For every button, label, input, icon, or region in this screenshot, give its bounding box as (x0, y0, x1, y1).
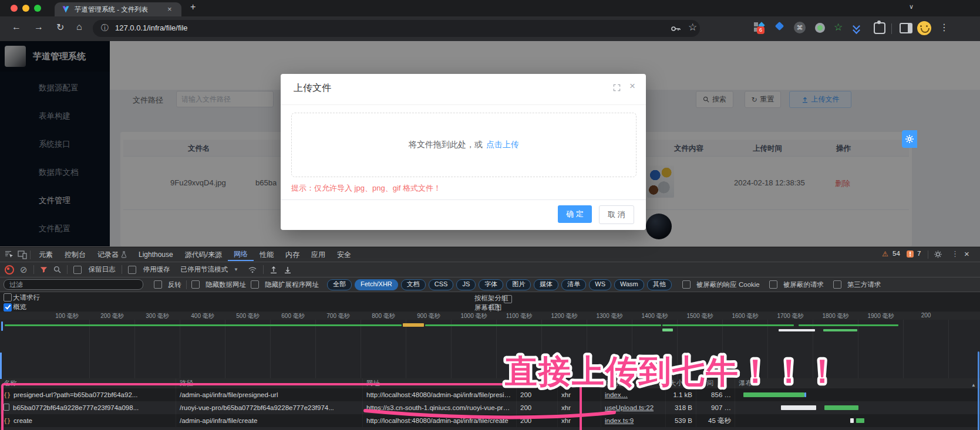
inspect-element-icon[interactable] (5, 250, 14, 259)
filter-pill[interactable]: 全部 (327, 279, 352, 290)
network-filter-input[interactable] (4, 279, 143, 290)
extension-star-icon[interactable]: ☆ (834, 21, 843, 33)
issues-count[interactable]: 7 (917, 250, 921, 257)
site-info-icon[interactable]: ⓘ (101, 23, 109, 33)
filter-pill[interactable]: WS (589, 279, 611, 290)
devtools-tab[interactable]: 性能 (254, 248, 279, 261)
net-column-header-7[interactable]: 大小 (666, 378, 696, 388)
record-network-log-icon[interactable] (5, 265, 14, 275)
filter-pill[interactable]: CSS (429, 279, 454, 290)
blocked-cookies-checkbox[interactable] (682, 280, 691, 289)
net-column-header-4[interactable]: 状态 (517, 378, 558, 388)
request-initiator[interactable]: index.ts:9 (601, 414, 666, 427)
browser-menu-icon[interactable]: ⋮ (939, 22, 949, 33)
network-request-row[interactable]: {}create/admin-api/infra/file/createhttp… (0, 414, 980, 427)
network-request-row[interactable]: {}presigned-url?path=b65ba0772bf64a92...… (0, 388, 980, 401)
filter-pill[interactable]: 文档 (401, 279, 426, 290)
password-key-icon[interactable] (671, 24, 681, 33)
devtools-tab[interactable]: 安全 (331, 248, 357, 261)
extension-circle-icon[interactable] (815, 23, 825, 33)
back-icon[interactable]: ← (12, 22, 21, 32)
profile-avatar[interactable] (917, 21, 931, 35)
filter-pill[interactable]: 清单 (561, 279, 586, 290)
devtools-tab[interactable]: 记录器 (92, 248, 133, 261)
request-initiator[interactable]: index… (601, 388, 666, 401)
filter-funnel-icon[interactable] (40, 266, 48, 273)
devtools-menu-icon[interactable]: ⋮ (951, 249, 959, 258)
window-close-button[interactable] (11, 5, 18, 12)
window-minimize-button[interactable] (22, 5, 29, 12)
click-upload-link[interactable]: 点击上传 (486, 140, 519, 150)
dialog-fullscreen-icon[interactable] (613, 84, 621, 92)
filter-pill[interactable]: JS (456, 279, 476, 290)
devtools-tab[interactable]: 控制台 (59, 248, 92, 261)
invert-checkbox[interactable] (154, 280, 162, 289)
blocked-requests-checkbox[interactable] (769, 280, 777, 289)
network-request-row[interactable]: b65ba0772bf64a9228e777e23f974a098.../ruo… (0, 401, 980, 414)
warning-icon[interactable]: ⚠ (882, 250, 888, 258)
side-panel-icon[interactable] (900, 23, 912, 33)
preserve-log-checkbox[interactable] (73, 266, 82, 274)
forward-icon[interactable]: → (34, 22, 43, 32)
reload-icon[interactable]: ↻ (56, 22, 64, 33)
net-column-header-5[interactable]: 类型 (558, 378, 601, 388)
third-party-checkbox[interactable] (833, 280, 841, 289)
window-zoom-button[interactable] (34, 5, 41, 12)
net-column-header-3[interactable]: 网址 (363, 378, 517, 388)
browser-tab[interactable]: 芋道管理系统 - 文件列表 × (55, 2, 181, 16)
net-column-header-9[interactable]: 瀑布▲ (735, 378, 980, 388)
filter-pill[interactable]: 字体 (479, 279, 503, 290)
devtools-scrollbar[interactable] (978, 351, 979, 430)
warning-count[interactable]: 54 (893, 250, 900, 257)
big-request-rows-checkbox[interactable] (4, 293, 12, 302)
import-har-icon[interactable] (270, 266, 278, 274)
overview-left-handle[interactable] (0, 353, 2, 379)
tab-close-icon[interactable]: × (167, 2, 172, 16)
filter-pill[interactable]: Fetch/XHR (355, 279, 398, 290)
hide-data-urls-checkbox[interactable] (191, 280, 200, 289)
cancel-button[interactable]: 取 消 (599, 205, 634, 224)
devtools-tab[interactable]: 应用 (305, 248, 331, 261)
tab-list-chevron-icon[interactable]: ∨ (909, 3, 914, 11)
net-column-header-8[interactable]: 时间 (696, 378, 735, 388)
request-initiator[interactable]: useUpload.ts:22 (601, 401, 666, 414)
hide-extension-urls-checkbox[interactable] (251, 280, 259, 289)
net-column-header-2[interactable]: 路径 (176, 378, 363, 388)
devtools-tab[interactable]: 元素 (33, 248, 59, 261)
upload-dropzone[interactable]: 将文件拖到此处，或 点击上传 (291, 113, 637, 177)
filter-pill[interactable]: 其他 (647, 279, 672, 290)
device-toolbar-icon[interactable] (18, 250, 28, 259)
network-conditions-icon[interactable] (248, 266, 257, 273)
address-bar[interactable]: ⓘ 127.0.0.1/infra/file/file (93, 20, 700, 37)
filter-pill[interactable]: 图片 (506, 279, 531, 290)
devtools-tab[interactable]: 源代码/来源 (179, 248, 228, 261)
extension-grid-icon[interactable]: 6 (754, 22, 765, 33)
throttling-select[interactable]: 已停用节流模式 (181, 265, 228, 274)
home-icon[interactable]: ⌂ (76, 22, 82, 32)
devtools-settings-gear-icon[interactable] (934, 250, 942, 259)
devtools-tab[interactable]: 内存 (279, 248, 305, 261)
dialog-close-icon[interactable]: × (629, 80, 635, 92)
filter-pill[interactable]: Wasm (614, 279, 644, 290)
network-overview[interactable] (0, 320, 980, 379)
confirm-button[interactable]: 确 定 (558, 205, 592, 223)
clear-network-log-icon[interactable]: ⊘ (20, 265, 28, 275)
new-tab-button[interactable]: + (190, 2, 196, 12)
net-column-header-6[interactable]: 启动器 (601, 378, 666, 388)
throttling-caret-icon[interactable]: ▼ (234, 267, 238, 272)
issues-icon[interactable] (907, 250, 914, 258)
settings-fab[interactable] (902, 130, 917, 148)
devtools-tab[interactable]: 网络 (228, 248, 254, 261)
devtools-tab[interactable]: Lighthouse (133, 248, 179, 261)
bookmark-star-icon[interactable]: ☆ (688, 21, 697, 33)
disable-cache-checkbox[interactable] (128, 266, 136, 274)
network-search-icon[interactable] (53, 266, 61, 273)
devtools-close-icon[interactable]: × (964, 249, 969, 259)
overview-checkbox[interactable] (4, 303, 12, 312)
extension-cmd-icon[interactable]: ⌘ (794, 22, 806, 33)
net-column-header-1[interactable]: 名称 (0, 378, 176, 388)
extensions-puzzle-icon[interactable] (874, 22, 885, 34)
filter-pill[interactable]: 媒体 (534, 279, 558, 290)
extension-kite-icon[interactable] (775, 22, 784, 31)
export-har-icon[interactable] (284, 266, 292, 274)
